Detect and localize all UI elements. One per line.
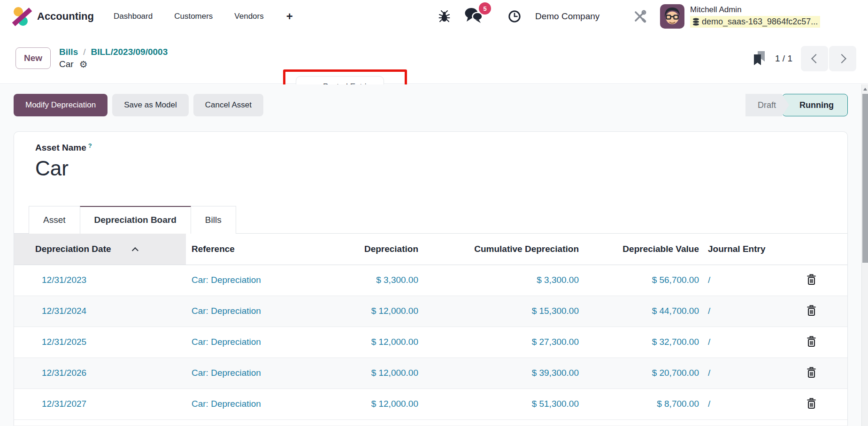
column-cumulative-depreciation[interactable]: Cumulative Depreciation [418, 234, 579, 265]
bookmark-icon[interactable] [753, 51, 768, 66]
user-name[interactable]: Mitchell Admin [690, 5, 820, 15]
control-panel: New Bills / BILL/2023/09/0003 Car ⚙ Post… [0, 33, 868, 84]
help-marker: ? [88, 142, 92, 149]
cell-journal[interactable]: / [708, 306, 710, 316]
delete-row-button[interactable] [805, 365, 818, 381]
breadcrumb-current[interactable]: BILL/2023/09/0003 [91, 47, 168, 57]
main-menu: Dashboard Customers Vendors + [114, 10, 293, 23]
cell-depreciation[interactable]: $ 12,000.00 [371, 368, 418, 378]
database-icon [692, 18, 699, 26]
chevron-right-icon [837, 54, 846, 63]
column-reference[interactable]: Reference [186, 234, 303, 265]
cell-journal[interactable]: / [708, 337, 710, 347]
tools-icon[interactable] [633, 0, 647, 33]
cell-depreciable[interactable]: $ 56,700.00 [652, 275, 699, 285]
cell-reference[interactable]: Car: Depreciation [192, 275, 261, 285]
cell-cumulative[interactable]: $ 51,300.00 [532, 399, 579, 409]
status-bar: Draft Running [745, 94, 848, 116]
database-name: demo_saas-163_9864fc2c57... [702, 17, 818, 27]
table-row[interactable]: 12/31/2023 Car: Depreciation $ 3,300.00 … [14, 265, 848, 296]
cell-depreciable[interactable]: $ 32,700.00 [652, 337, 699, 347]
cell-depreciation[interactable]: $ 12,000.00 [371, 306, 418, 316]
avatar[interactable] [660, 4, 684, 29]
column-depreciable-value[interactable]: Depreciable Value [579, 234, 699, 265]
depreciation-table: Depreciation Date Reference Depreciation… [14, 234, 848, 420]
asset-name-block: Asset Name? Car [14, 132, 847, 180]
company-selector[interactable]: Demo Company [535, 0, 599, 33]
pager-previous-button[interactable] [801, 46, 828, 71]
cell-date[interactable]: 12/31/2025 [42, 337, 86, 347]
cell-cumulative[interactable]: $ 39,300.00 [532, 368, 579, 378]
app-switcher[interactable]: Accounting [12, 6, 94, 27]
scroll-up-arrow-icon[interactable] [863, 88, 867, 91]
cell-depreciable[interactable]: $ 20,700.00 [652, 368, 699, 378]
menu-dashboard[interactable]: Dashboard [114, 12, 153, 21]
tab-asset[interactable]: Asset [29, 206, 80, 234]
company-name: Demo Company [535, 11, 599, 22]
delete-row-button[interactable] [805, 303, 818, 320]
status-running[interactable]: Running [782, 94, 848, 116]
odoo-accounting-app: Accounting Dashboard Customers Vendors + [0, 0, 868, 426]
cell-journal[interactable]: / [708, 399, 710, 409]
form-sheet: Asset Name? Car Asset Depreciation Board… [14, 131, 848, 426]
cell-reference[interactable]: Car: Depreciation [192, 399, 261, 409]
vertical-scrollbar[interactable] [861, 84, 868, 426]
modify-depreciation-button[interactable]: Modify Depreciation [14, 94, 108, 116]
plus-icon[interactable]: + [286, 10, 293, 23]
save-as-model-button[interactable]: Save as Model [112, 94, 188, 116]
cell-cumulative[interactable]: $ 15,300.00 [532, 306, 579, 316]
scrollbar-thumb[interactable] [862, 94, 868, 263]
breadcrumb-separator: / [83, 47, 85, 57]
trash-icon [807, 305, 816, 316]
delete-row-button[interactable] [805, 396, 818, 412]
notebook-tabs: Asset Depreciation Board Bills [14, 206, 847, 234]
trash-icon [807, 336, 816, 347]
cell-date[interactable]: 12/31/2024 [42, 306, 86, 316]
pager-next-button[interactable] [829, 46, 856, 71]
menu-customers[interactable]: Customers [174, 12, 213, 21]
status-draft[interactable]: Draft [745, 94, 789, 116]
cell-depreciable[interactable]: $ 44,700.00 [652, 306, 699, 316]
database-badge[interactable]: demo_saas-163_9864fc2c57... [690, 16, 820, 28]
column-journal-entry[interactable]: Journal Entry [699, 234, 774, 265]
gear-icon[interactable]: ⚙ [79, 60, 88, 69]
tab-depreciation-board[interactable]: Depreciation Board [80, 206, 191, 234]
table-row[interactable]: 12/31/2025 Car: Depreciation $ 12,000.00… [14, 327, 848, 358]
asset-name-input[interactable]: Car [35, 157, 317, 180]
menu-vendors[interactable]: Vendors [234, 12, 263, 21]
column-depreciation-date[interactable]: Depreciation Date [14, 234, 186, 265]
cell-depreciation[interactable]: $ 12,000.00 [371, 399, 418, 409]
cell-cumulative[interactable]: $ 3,300.00 [537, 275, 579, 285]
activities-clock-icon[interactable] [508, 0, 521, 33]
cell-depreciation[interactable]: $ 3,300.00 [376, 275, 418, 285]
cell-cumulative[interactable]: $ 27,300.00 [532, 337, 579, 347]
cell-depreciation[interactable]: $ 12,000.00 [371, 337, 418, 347]
cell-depreciable[interactable]: $ 8,700.00 [657, 399, 699, 409]
debug-bug-icon[interactable] [438, 0, 450, 33]
cell-journal[interactable]: / [708, 275, 710, 285]
cell-reference[interactable]: Car: Depreciation [192, 306, 261, 316]
cell-journal[interactable]: / [708, 368, 710, 378]
pager-value[interactable]: 1 / 1 [775, 53, 792, 64]
table-row[interactable]: 12/31/2024 Car: Depreciation $ 12,000.00… [14, 296, 848, 327]
delete-row-button[interactable] [805, 272, 818, 289]
breadcrumb: Bills / BILL/2023/09/0003 Car ⚙ [59, 47, 168, 69]
cell-reference[interactable]: Car: Depreciation [192, 337, 261, 347]
column-depreciation[interactable]: Depreciation [303, 234, 418, 265]
table-row[interactable]: 12/31/2026 Car: Depreciation $ 12,000.00… [14, 358, 848, 388]
main-content: Modify Depreciation Save as Model Cancel… [0, 84, 868, 426]
breadcrumb-bills-link[interactable]: Bills [59, 47, 78, 57]
table-header-row: Depreciation Date Reference Depreciation… [14, 234, 848, 265]
app-name: Accounting [37, 10, 94, 23]
new-button[interactable]: New [15, 47, 51, 69]
asset-name-label: Asset Name [35, 143, 86, 152]
cell-reference[interactable]: Car: Depreciation [192, 368, 261, 378]
cell-date[interactable]: 12/31/2023 [42, 275, 86, 285]
cancel-asset-button[interactable]: Cancel Asset [193, 94, 263, 116]
messages-icon[interactable]: 5 [464, 0, 484, 33]
cell-date[interactable]: 12/31/2027 [42, 399, 86, 409]
tab-bills[interactable]: Bills [191, 206, 236, 234]
cell-date[interactable]: 12/31/2026 [42, 368, 86, 378]
delete-row-button[interactable] [805, 334, 818, 350]
table-row[interactable]: 12/31/2027 Car: Depreciation $ 12,000.00… [14, 388, 848, 419]
